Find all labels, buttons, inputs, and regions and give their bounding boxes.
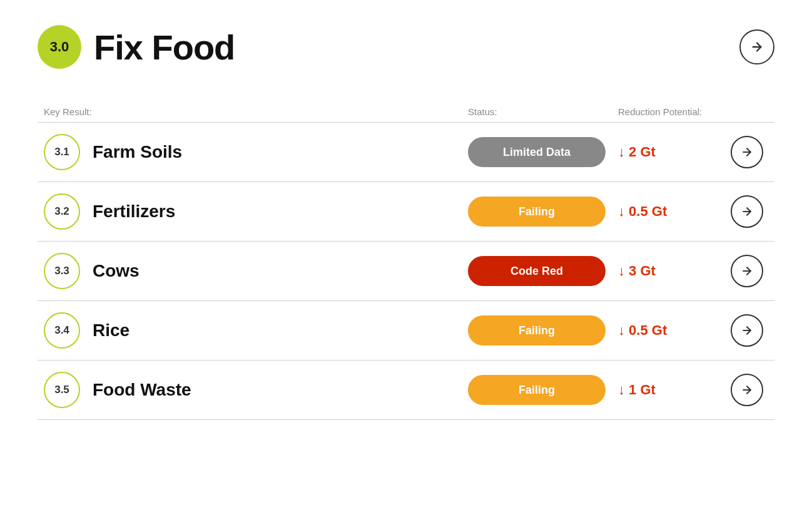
item-name: Food Waste	[93, 380, 191, 400]
reduction-value: ↓ 2 Gt	[618, 144, 731, 160]
arrow-right-icon	[741, 205, 753, 218]
status-cell: Code Red	[468, 256, 618, 286]
status-cell: Failing	[468, 315, 618, 345]
item-badge: 3.3	[44, 253, 80, 289]
row-action-cell	[731, 195, 768, 228]
table-row: 3.4 Rice Failing ↓ 0.5 Gt	[38, 301, 774, 361]
item-badge: 3.2	[44, 193, 80, 230]
table-row: 3.2 Fertilizers Failing ↓ 0.5 Gt	[38, 182, 774, 242]
arrow-right-icon	[741, 324, 753, 337]
arrow-right-icon	[741, 265, 753, 277]
status-badge: Code Red	[468, 256, 606, 286]
list-item: 3.4 Rice Failing ↓ 0.5 Gt	[38, 301, 774, 360]
reduction-value: ↓ 1 Gt	[618, 382, 731, 398]
header-nav-button[interactable]	[739, 29, 774, 64]
table-row: 3.5 Food Waste Failing ↓ 1 Gt	[38, 361, 774, 420]
item-name: Fertilizers	[93, 202, 175, 222]
reduction-value: ↓ 0.5 Gt	[618, 322, 731, 339]
score-value: 3.0	[50, 39, 69, 55]
row-nav-button[interactable]	[731, 195, 763, 228]
arrow-right-icon	[741, 146, 753, 158]
item-badge: 3.5	[44, 372, 80, 408]
rows-container: 3.1 Farm Soils Limited Data ↓ 2 Gt 3.2	[38, 123, 774, 420]
row-nav-button[interactable]	[731, 314, 763, 347]
row-nav-button[interactable]	[731, 374, 763, 406]
header-left: 3.0 Fix Food	[38, 25, 235, 69]
row-nav-button[interactable]	[731, 136, 763, 168]
row-left: 3.4 Rice	[44, 312, 468, 349]
page-header: 3.0 Fix Food	[38, 25, 774, 69]
status-badge: Failing	[468, 197, 606, 227]
column-headers: Key Result: Status: Reduction Potential:	[38, 106, 774, 117]
row-nav-button[interactable]	[731, 255, 763, 287]
item-badge: 3.4	[44, 312, 80, 349]
table-row: 3.1 Farm Soils Limited Data ↓ 2 Gt	[38, 123, 774, 182]
row-action-cell	[731, 374, 768, 406]
page-title: Fix Food	[94, 27, 235, 68]
item-name: Cows	[93, 261, 140, 281]
item-badge: 3.1	[44, 134, 80, 170]
status-badge: Failing	[468, 315, 606, 345]
status-badge: Limited Data	[468, 137, 606, 167]
list-item: 3.5 Food Waste Failing ↓ 1 Gt	[38, 361, 774, 419]
row-action-cell	[731, 314, 768, 347]
row-divider	[38, 419, 774, 420]
list-item: 3.1 Farm Soils Limited Data ↓ 2 Gt	[38, 123, 774, 182]
reduction-value: ↓ 0.5 Gt	[618, 203, 731, 220]
col-header-reduction: Reduction Potential:	[618, 106, 731, 117]
table-row: 3.3 Cows Code Red ↓ 3 Gt	[38, 242, 774, 301]
row-left: 3.3 Cows	[44, 253, 468, 289]
list-item: 3.2 Fertilizers Failing ↓ 0.5 Gt	[38, 182, 774, 241]
status-cell: Failing	[468, 197, 618, 227]
status-badge: Failing	[468, 375, 606, 405]
arrow-right-icon	[750, 40, 764, 54]
row-action-cell	[731, 136, 768, 168]
status-cell: Limited Data	[468, 137, 618, 167]
row-left: 3.5 Food Waste	[44, 372, 468, 408]
item-name: Rice	[93, 320, 129, 340]
row-left: 3.2 Fertilizers	[44, 193, 468, 230]
score-badge: 3.0	[38, 25, 81, 69]
row-left: 3.1 Farm Soils	[44, 134, 468, 170]
reduction-value: ↓ 3 Gt	[618, 263, 731, 279]
col-header-status: Status:	[468, 106, 618, 117]
col-header-key-result: Key Result:	[44, 106, 468, 117]
item-name: Farm Soils	[93, 142, 182, 162]
row-action-cell	[731, 255, 768, 287]
status-cell: Failing	[468, 375, 618, 405]
list-item: 3.3 Cows Code Red ↓ 3 Gt	[38, 242, 774, 300]
arrow-right-icon	[741, 384, 753, 396]
